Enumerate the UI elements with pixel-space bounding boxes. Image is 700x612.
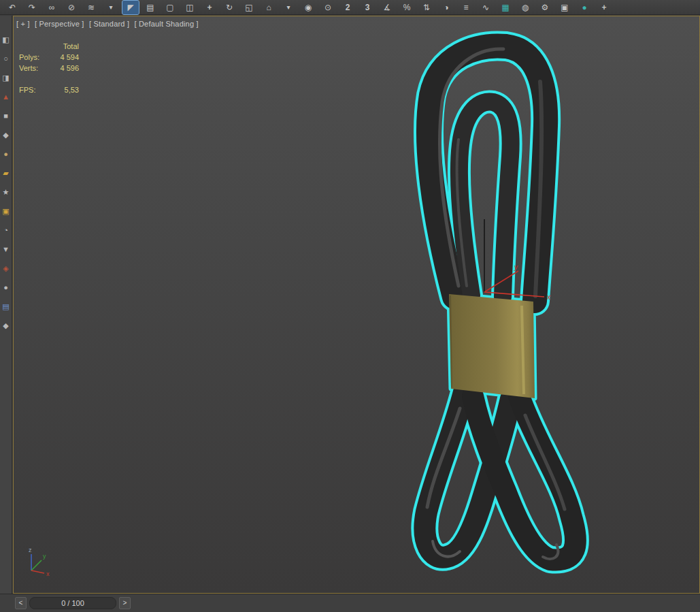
time-slider[interactable]: 0 / 100 (29, 597, 116, 609)
bind-to-spacewarp-icon[interactable]: ≋ (83, 1, 99, 14)
workspace-add-icon[interactable]: + (596, 1, 612, 14)
stats-verts-label: Verts: (19, 63, 48, 74)
viewport-canvas[interactable]: x y z y x (13, 16, 700, 594)
unlink-selection-icon[interactable]: ⊘ (63, 1, 80, 14)
select-and-rotate-icon[interactable]: ↻ (221, 1, 237, 14)
world-x-axis (31, 570, 44, 573)
select-by-name-icon[interactable]: ▤ (142, 1, 159, 14)
window-crossing-icon[interactable]: ◫ (182, 1, 198, 14)
reference-coordinate-dropdown[interactable]: ▾ (280, 1, 297, 14)
left-toolbar-icon-16[interactable]: ◆ (1, 321, 11, 330)
perspective-viewport[interactable]: [ + ] [ Perspective ] [ Standard ] [ Def… (13, 16, 700, 594)
previous-frame-button[interactable]: < (15, 597, 27, 609)
world-y-label: y (43, 553, 46, 560)
left-toolbar-icon-1[interactable]: ◧ (1, 35, 11, 44)
left-toolbar-icon-14[interactable]: ● (1, 283, 11, 292)
main-toolbar: ↶ ↷ ∞ ⊘ ≋ ▾ ◤ ▤ ▢ ◫ + ↻ ◱ ⌂ ▾ ◉ ⊙ 2 3 ∡ … (0, 0, 700, 15)
material-editor-icon[interactable]: ◍ (517, 1, 533, 14)
spinner-snap-icon[interactable]: ⇅ (418, 1, 435, 14)
percent-snap-icon[interactable]: % (399, 1, 415, 14)
stats-polys-label: Polys: (19, 52, 48, 63)
time-slider-bar: < 0 / 100 > (0, 594, 700, 612)
stats-fps-value: 5,53 (48, 84, 79, 95)
world-z-label: z (29, 547, 32, 553)
render-production-icon[interactable]: ● (576, 1, 593, 14)
left-toolbar-icon-4[interactable]: ▲ (1, 92, 11, 101)
select-and-move-icon[interactable]: + (201, 1, 218, 14)
snap-toggle-3d-icon[interactable]: 3 (359, 1, 376, 14)
select-and-manipulate-icon[interactable]: ⊙ (320, 1, 336, 14)
stats-total-header: Total (48, 41, 79, 52)
select-and-link-icon[interactable]: ∞ (44, 1, 60, 14)
undo-icon[interactable]: ↶ (4, 1, 20, 14)
curve-editor-icon[interactable]: ∿ (478, 1, 494, 14)
left-toolbar-icon-15[interactable]: ▤ (1, 302, 11, 311)
belt-band[interactable] (449, 294, 535, 398)
select-object-icon[interactable]: ◤ (122, 1, 139, 14)
selection-filter-dropdown[interactable]: ▾ (103, 1, 119, 14)
viewport-menu-view[interactable]: [ Perspective ] (35, 20, 84, 28)
statistics-overlay: Total Polys: 4 594 Verts: 4 596 FPS: 5,5… (19, 41, 79, 95)
use-pivot-center-icon[interactable]: ◉ (300, 1, 316, 14)
left-toolbar-icon-13[interactable]: ◈ (1, 263, 11, 273)
3ds-max-window: { "toolbar": { "icons": [ {"name":"undo-… (0, 0, 700, 612)
gizmo-x-label: x (546, 293, 551, 301)
world-y-axis (31, 560, 41, 570)
align-icon[interactable]: ≡ (458, 1, 474, 14)
left-toolbar-icon-2[interactable]: ○ (1, 54, 11, 63)
left-toolbar-icon-6[interactable]: ◆ (1, 130, 11, 140)
mirror-icon[interactable]: ◑ (438, 1, 454, 14)
stats-spacer (19, 74, 79, 84)
left-toolbar-icon-9[interactable]: ★ (1, 187, 11, 197)
render-frame-icon[interactable]: ▣ (556, 1, 573, 14)
stats-verts-value: 4 596 (48, 63, 79, 74)
viewport-menu-shading[interactable]: [ Default Shading ] (134, 20, 198, 28)
select-and-scale-icon[interactable]: ◱ (241, 1, 257, 14)
stats-polys-value: 4 594 (48, 52, 79, 63)
gizmo-y-label: y (514, 263, 518, 271)
left-toolbar-icon-11[interactable]: ◔ (1, 225, 11, 235)
left-toolbar-icon-8[interactable]: ▰ (1, 168, 11, 178)
viewport-menu-plus[interactable]: [ + ] (16, 20, 30, 28)
stats-blank (19, 41, 48, 52)
left-toolbar-icon-10[interactable]: ▣ (1, 206, 11, 216)
render-setup-icon[interactable]: ⚙ (537, 1, 553, 14)
snap-toggle-2d-icon[interactable]: 2 (339, 1, 356, 14)
left-toolbar-icon-5[interactable]: ■ (1, 111, 11, 120)
world-x-label: x (46, 570, 50, 577)
next-frame-button[interactable]: > (119, 597, 131, 609)
world-axis-tripod: z y x (29, 547, 50, 577)
viewport-label: [ + ] [ Perspective ] [ Standard ] [ Def… (16, 20, 201, 28)
redo-icon[interactable]: ↷ (24, 1, 40, 14)
left-toolbar: ◧ ○ ◨ ▲ ■ ◆ ● ▰ ★ ▣ ◔ ▼ ◈ ● ▤ ◆ (0, 16, 12, 594)
angle-snap-icon[interactable]: ∡ (379, 1, 395, 14)
rectangular-selection-icon[interactable]: ▢ (162, 1, 178, 14)
schematic-view-icon[interactable]: ▦ (497, 1, 514, 14)
viewport-menu-render-style[interactable]: [ Standard ] (89, 20, 129, 28)
select-placement-icon[interactable]: ⌂ (261, 1, 277, 14)
left-toolbar-icon-3[interactable]: ◨ (1, 73, 11, 82)
left-toolbar-icon-7[interactable]: ● (1, 149, 11, 159)
stats-fps-label: FPS: (19, 84, 48, 95)
left-toolbar-icon-12[interactable]: ▼ (1, 244, 11, 254)
